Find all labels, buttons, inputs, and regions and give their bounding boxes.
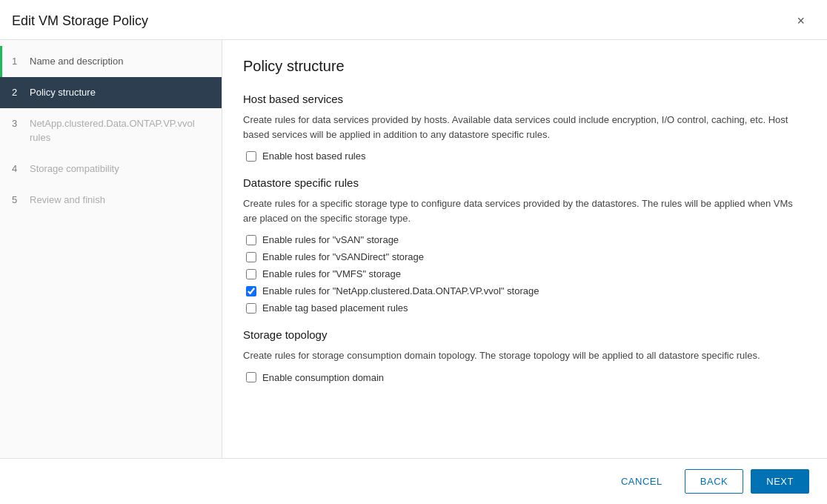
- enable-host-based-label[interactable]: Enable host based rules: [262, 150, 365, 162]
- enable-vsan-row: Enable rules for "vSAN" storage: [243, 234, 806, 245]
- sidebar-item-policy-structure[interactable]: 2 Policy structure: [0, 77, 222, 108]
- sidebar: 1 Name and description 2 Policy structur…: [0, 40, 222, 458]
- step-label-4: Storage compatibility: [30, 162, 119, 176]
- topology-section-desc: Create rules for storage consumption dom…: [243, 348, 806, 363]
- modal-title: Edit VM Storage Policy: [12, 13, 148, 29]
- enable-consumption-domain-label[interactable]: Enable consumption domain: [262, 372, 384, 383]
- step-label-5: Review and finish: [30, 193, 105, 207]
- back-button[interactable]: BACK: [685, 469, 743, 494]
- modal-body: 1 Name and description 2 Policy structur…: [0, 40, 827, 458]
- datastore-section-title: Datastore specific rules: [243, 176, 806, 189]
- enable-vsandirect-checkbox[interactable]: [246, 252, 256, 262]
- enable-vsandirect-label[interactable]: Enable rules for "vSANDirect" storage: [262, 251, 424, 262]
- step-label-3: NetApp.clustered.Data.ONTAP.VP.vvol rule…: [30, 117, 210, 144]
- step-num-5: 5: [12, 194, 22, 205]
- enable-tagbased-row: Enable tag based placement rules: [243, 302, 806, 314]
- enable-host-based-checkbox[interactable]: [246, 151, 256, 162]
- sidebar-item-name-and-description[interactable]: 1 Name and description: [0, 46, 222, 77]
- next-button[interactable]: NEXT: [751, 469, 809, 494]
- enable-netapp-checkbox[interactable]: [246, 286, 256, 296]
- modal-header: Edit VM Storage Policy ×: [0, 0, 827, 40]
- step-num-1: 1: [12, 56, 22, 67]
- enable-vmfs-checkbox[interactable]: [246, 269, 256, 279]
- sidebar-item-review-finish[interactable]: 5 Review and finish: [0, 185, 222, 216]
- enable-vsan-label[interactable]: Enable rules for "vSAN" storage: [262, 234, 399, 245]
- step-num-3: 3: [12, 118, 22, 129]
- enable-tagbased-label[interactable]: Enable tag based placement rules: [262, 302, 408, 314]
- enable-vmfs-row: Enable rules for "VMFS" storage: [243, 268, 806, 279]
- host-based-section-title: Host based services: [243, 93, 806, 105]
- cancel-button[interactable]: CANCEL: [606, 470, 677, 493]
- enable-vmfs-label[interactable]: Enable rules for "VMFS" storage: [262, 268, 401, 279]
- enable-consumption-domain-checkbox[interactable]: [246, 372, 256, 382]
- enable-netapp-label[interactable]: Enable rules for "NetApp.clustered.Data.…: [262, 285, 539, 296]
- sidebar-item-storage-compatibility[interactable]: 4 Storage compatibility: [0, 153, 222, 185]
- enable-consumption-domain-row: Enable consumption domain: [243, 372, 806, 383]
- host-based-section-desc: Create rules for data services provided …: [243, 113, 806, 142]
- sidebar-item-netapp-rules[interactable]: 3 NetApp.clustered.Data.ONTAP.VP.vvol ru…: [0, 108, 222, 153]
- topology-section-title: Storage topology: [243, 328, 806, 341]
- step-label-2: Policy structure: [30, 86, 96, 99]
- enable-netapp-row: Enable rules for "NetApp.clustered.Data.…: [243, 285, 806, 296]
- enable-host-based-row: Enable host based rules: [243, 150, 806, 162]
- enable-tagbased-checkbox[interactable]: [246, 303, 256, 314]
- modal-footer: CANCEL BACK NEXT: [0, 458, 827, 504]
- enable-vsandirect-row: Enable rules for "vSANDirect" storage: [243, 251, 806, 262]
- step-label-1: Name and description: [30, 55, 123, 68]
- step-num-2: 2: [12, 87, 22, 98]
- datastore-section-desc: Create rules for a specific storage type…: [243, 196, 806, 225]
- step-num-4: 4: [12, 163, 22, 174]
- content-area: Policy structure Host based services Cre…: [222, 40, 827, 458]
- enable-vsan-checkbox[interactable]: [246, 235, 256, 245]
- edit-vm-storage-policy-modal: Edit VM Storage Policy × 1 Name and desc…: [0, 0, 827, 504]
- content-title: Policy structure: [243, 58, 806, 75]
- close-button[interactable]: ×: [792, 12, 809, 30]
